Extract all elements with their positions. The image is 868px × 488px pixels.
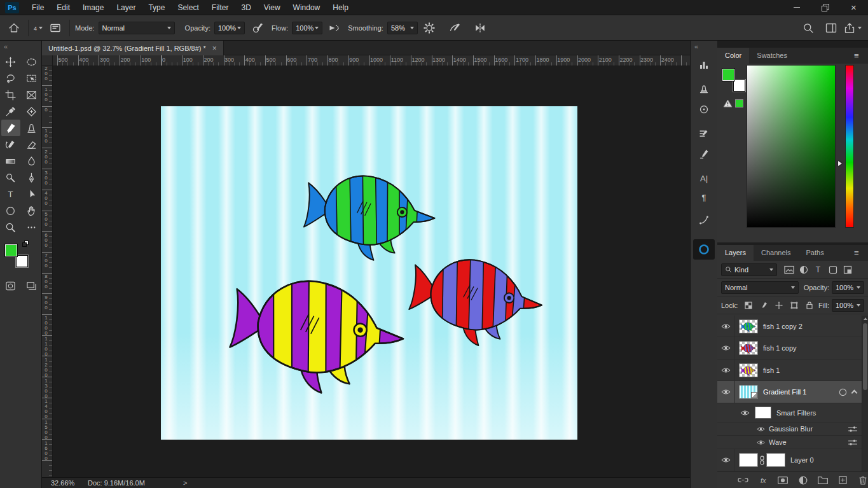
close-tab-icon[interactable]: × [212,44,217,53]
eyedropper-tool[interactable] [1,103,20,120]
tab-swatches[interactable]: Swatches [749,48,795,64]
panel-icon-brush-settings[interactable] [694,125,713,143]
layer-row-fish-1-copy[interactable]: fish 1 copy [717,337,862,359]
layer-row-layer-0[interactable]: Layer 0 [717,449,862,471]
home-button[interactable] [5,20,23,36]
tab-channels[interactable]: Channels [754,245,798,261]
panel-icon-paths[interactable] [694,211,713,229]
crop-tool[interactable] [1,87,20,103]
layer-blend-mode-select[interactable]: Normal [721,281,799,294]
visibility-toggle[interactable] [757,440,765,445]
size-pressure-button[interactable] [446,20,464,36]
visibility-toggle[interactable] [740,410,750,416]
pen-tool[interactable] [22,169,41,186]
screen-mode-button[interactable] [22,277,41,294]
type-tool[interactable]: T [1,186,20,202]
smart-filters-row[interactable]: Smart Filters [717,403,862,422]
filter-type-layers-icon[interactable]: T [813,264,823,275]
layer-mask-thumbnail[interactable] [766,453,785,467]
panel-menu-icon[interactable]: ≡ [854,249,863,256]
menu-type[interactable]: Type [142,0,171,15]
dodge-tool[interactable] [1,169,20,186]
status-expand-icon[interactable]: > [183,479,187,487]
smoothing-select[interactable]: 58% [387,22,418,34]
visibility-toggle[interactable] [757,426,765,432]
tab-color[interactable]: Color [717,48,749,64]
default-colors-icon[interactable] [22,241,29,247]
menu-image[interactable]: Image [76,0,110,15]
object-selection-tool[interactable] [22,70,41,87]
new-group-button[interactable] [818,475,828,486]
move-tool[interactable] [1,53,20,70]
zoom-level-field[interactable]: 32.66% [51,479,88,487]
blend-mode-select[interactable]: Normal [99,22,175,34]
search-button[interactable] [799,20,817,36]
panel-icon-paragraph[interactable]: ¶ [694,188,713,206]
gamut-color-swatch[interactable] [735,99,743,108]
filter-row-wave[interactable]: Wave [717,436,862,449]
add-adjustment-layer-button[interactable] [798,475,808,486]
clone-stamp-tool[interactable] [22,120,41,136]
lock-transparency-icon[interactable] [743,300,754,310]
link-layers-button[interactable] [738,475,748,486]
layer-opacity-select[interactable]: 100% [832,281,864,294]
smoothing-options-button[interactable] [420,20,438,36]
lock-artboard-icon[interactable] [789,300,799,310]
filter-blending-options-icon[interactable] [848,426,858,433]
quick-mask-button[interactable] [1,277,20,294]
canvas-viewport[interactable] [53,66,690,477]
delete-layer-button[interactable] [858,475,868,486]
filter-adjustment-layers-icon[interactable] [798,264,809,275]
panel-icon-info[interactable] [694,101,713,118]
filter-mask-thumbnail[interactable] [755,407,771,419]
layer-row-fish-1[interactable]: fish 1 [717,359,862,381]
visibility-toggle[interactable] [717,337,735,359]
panel-icon-histogram[interactable] [694,56,713,74]
layer-row-fish-1-copy-2[interactable]: fish 1 copy 2 [717,316,862,337]
panel-menu-icon[interactable]: ≡ [854,52,863,59]
filter-smart-objects-icon[interactable] [842,264,853,275]
fill-select[interactable]: 100% [832,299,864,312]
panel-icon-brushes[interactable] [694,145,713,163]
background-color-swatch[interactable] [733,80,745,92]
layer-row-gradient-fill-1[interactable]: Gradient Fill 1 [717,381,862,403]
toggle-brush-settings-button[interactable] [46,20,64,36]
layer-styles-button[interactable]: fx [758,475,768,486]
add-layer-mask-button[interactable] [778,475,788,486]
visibility-toggle[interactable] [717,449,735,471]
collapse-tools-icon[interactable]: « [0,41,41,52]
panel-icon-active-tool[interactable] [693,239,715,260]
edit-toolbar-button[interactable] [22,219,41,235]
brush-tool[interactable] [1,120,20,136]
minimize-button[interactable] [782,0,811,15]
scrollbar-thumb[interactable] [863,323,867,390]
expand-panels-icon[interactable]: « [691,41,717,52]
menu-3d[interactable]: 3D [235,0,257,15]
panel-icon-character[interactable]: A| [694,169,713,187]
lock-position-icon[interactable] [773,300,784,310]
close-button[interactable]: × [839,0,868,15]
foreground-color-swatch[interactable] [5,244,17,256]
lock-pixels-icon[interactable] [758,300,769,310]
frame-tool[interactable] [22,87,41,103]
layer-thumbnail[interactable] [739,319,758,333]
menu-edit[interactable]: Edit [50,0,76,15]
menu-layer[interactable]: Layer [110,0,142,15]
lock-all-icon[interactable] [804,300,815,310]
foreground-color-swatch[interactable] [722,69,734,81]
opacity-pressure-button[interactable] [249,20,266,36]
visibility-toggle[interactable] [717,381,735,403]
ellipse-shape-tool[interactable] [1,202,20,219]
history-brush-tool[interactable] [1,136,20,153]
visibility-toggle[interactable] [717,359,735,380]
brush-preset-picker[interactable]: 4 [34,24,43,32]
menu-window[interactable]: Window [287,0,327,15]
menu-file[interactable]: File [25,0,50,15]
gradient-tool[interactable] [1,153,20,169]
workspace-switcher-button[interactable] [822,20,840,36]
tab-layers[interactable]: Layers [717,245,754,261]
eraser-tool[interactable] [22,136,41,153]
blur-tool[interactable] [22,153,41,169]
share-image-button[interactable] [844,20,862,36]
layer-thumbnail[interactable] [739,341,758,355]
